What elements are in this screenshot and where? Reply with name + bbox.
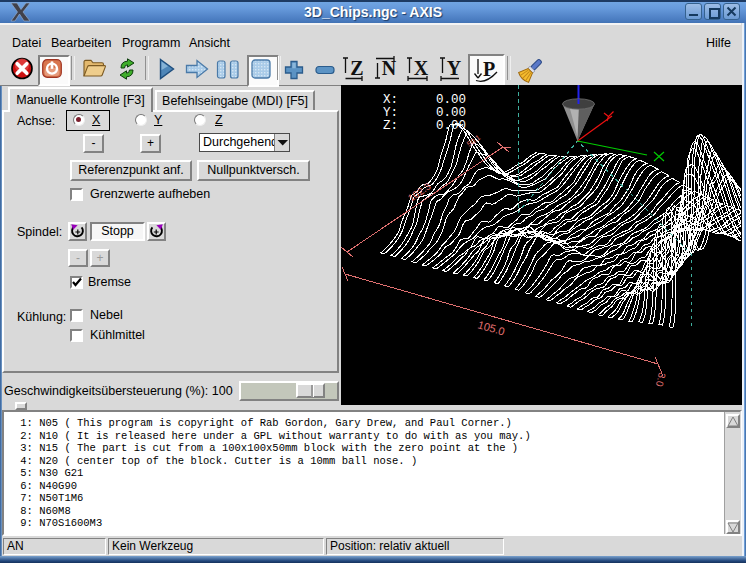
svg-text:3.0: 3.0: [654, 372, 668, 388]
svg-text:102.3: 102.3: [406, 180, 433, 203]
svg-text:105.0: 105.0: [476, 318, 506, 337]
svg-text:0.00: 0.00: [436, 93, 466, 107]
svg-text:Y:: Y:: [383, 106, 398, 120]
svg-text:0.00: 0.00: [436, 106, 466, 120]
svg-text:Z:: Z:: [383, 119, 398, 133]
svg-text:X:: X:: [383, 93, 398, 107]
svg-text:0.00: 0.00: [436, 119, 466, 133]
